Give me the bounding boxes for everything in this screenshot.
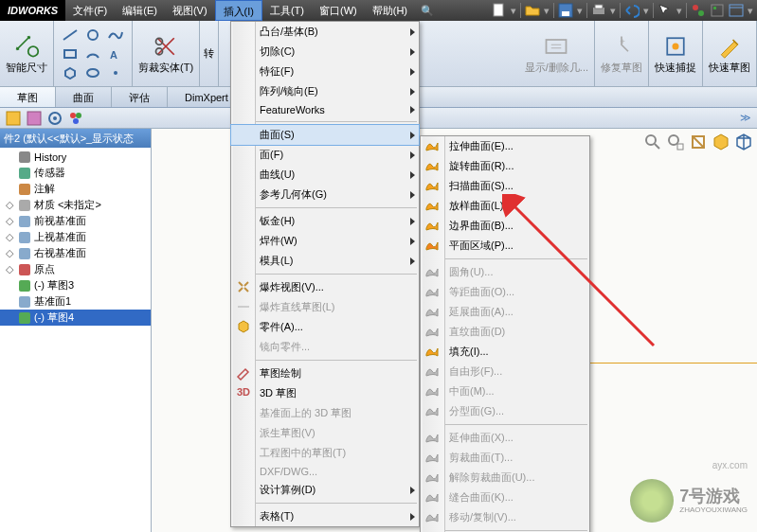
- rect-icon[interactable]: [60, 45, 81, 62]
- menu-item[interactable]: 参考几何体(G): [231, 185, 419, 204]
- submenu-item[interactable]: 旋转曲面(R)...: [421, 156, 589, 176]
- submenu-item[interactable]: 移动/复制(V)...: [421, 507, 589, 527]
- new-icon[interactable]: [492, 3, 507, 18]
- config-icon[interactable]: [27, 111, 42, 126]
- menu-item[interactable]: DXF/DWG...: [231, 463, 419, 480]
- tree-item[interactable]: 基准面1: [0, 293, 151, 310]
- open-icon[interactable]: [525, 3, 540, 18]
- repair-button[interactable]: + 修复草图: [601, 33, 642, 74]
- tree-item[interactable]: ◇材质 <未指定>: [0, 197, 151, 213]
- submenu-item[interactable]: 放样曲面(L)...: [421, 196, 589, 216]
- menu-help[interactable]: 帮助(H): [365, 0, 415, 21]
- tree-item[interactable]: 注解: [0, 181, 151, 197]
- submenu-item[interactable]: 分型面(G)...: [421, 401, 589, 421]
- quick-snap-button[interactable]: 快速捕捉: [655, 33, 696, 74]
- undo-icon[interactable]: [624, 3, 640, 18]
- menu-item[interactable]: 模具(L): [231, 251, 419, 271]
- tree-item[interactable]: ◇右视基准面: [0, 245, 151, 261]
- submenu-item[interactable]: 填充(I)...: [421, 342, 589, 362]
- tree-item[interactable]: (-) 草图3: [0, 277, 151, 293]
- menu-item[interactable]: 派生草图(V): [231, 423, 419, 443]
- polygon-icon[interactable]: [60, 64, 81, 81]
- tree-item[interactable]: History: [0, 150, 151, 165]
- submenu-item[interactable]: 解除剪裁曲面(U)...: [421, 468, 589, 488]
- search-icon[interactable]: 🔍: [421, 5, 434, 17]
- menu-item[interactable]: 阵列/镜向(E): [231, 81, 419, 101]
- point-icon[interactable]: [105, 64, 126, 81]
- submenu-item[interactable]: 剪裁曲面(T)...: [421, 448, 589, 468]
- line-icon[interactable]: [60, 27, 81, 44]
- zoom-window-icon[interactable]: [666, 133, 685, 151]
- color-icon[interactable]: [68, 111, 83, 126]
- menu-item[interactable]: 镜向零件...: [231, 337, 419, 357]
- submenu-item[interactable]: 等距曲面(O)...: [421, 282, 589, 302]
- settings-icon[interactable]: [729, 3, 744, 18]
- tree-item[interactable]: (-) 草图4: [0, 310, 151, 326]
- tree-item[interactable]: ◇原点: [0, 261, 151, 277]
- menu-item[interactable]: 基准面上的 3D 草图: [231, 403, 419, 423]
- display-icon[interactable]: [47, 111, 63, 126]
- submenu-item[interactable]: 拉伸曲面(E)...: [421, 136, 589, 156]
- menu-item[interactable]: 爆炸直线草图(L): [231, 297, 419, 317]
- tab-sketch[interactable]: 草图: [0, 87, 56, 107]
- tree-item[interactable]: ◇前视基准面: [0, 213, 151, 229]
- menu-item[interactable]: FeatureWorks: [231, 101, 419, 118]
- menu-item[interactable]: 焊件(W): [231, 231, 419, 251]
- menu-file[interactable]: 文件(F): [65, 0, 115, 21]
- menu-item[interactable]: 爆炸视图(V)...: [231, 277, 419, 297]
- smart-dimension-button[interactable]: 智能尺寸: [6, 33, 47, 74]
- menu-item[interactable]: 草图绘制: [231, 364, 419, 383]
- show-hide-button[interactable]: 显示/删除几...: [525, 33, 588, 74]
- menu-item[interactable]: 钣金(H): [231, 211, 419, 231]
- submenu-item[interactable]: 边界曲面(B)...: [421, 216, 589, 236]
- options-icon[interactable]: [710, 3, 725, 18]
- submenu-item[interactable]: 延展曲面(A)...: [421, 302, 589, 322]
- submenu-item[interactable]: 缝合曲面(K)...: [421, 488, 589, 507]
- menu-insert[interactable]: 插入(I): [215, 0, 262, 21]
- menu-item[interactable]: 设计算例(D): [231, 480, 419, 500]
- quick-sketch-button[interactable]: 快速草图: [709, 33, 750, 74]
- menu-edit[interactable]: 编辑(E): [115, 0, 165, 21]
- menu-item[interactable]: 3D3D 草图: [231, 383, 419, 403]
- view-orient-icon[interactable]: [734, 133, 753, 151]
- ellipse-icon[interactable]: [82, 64, 103, 81]
- tab-surface[interactable]: 曲面: [56, 87, 112, 107]
- prev-view-icon[interactable]: [689, 133, 708, 151]
- save-icon[interactable]: [558, 3, 573, 18]
- submenu-item[interactable]: 自由形(F)...: [421, 362, 589, 381]
- menu-view[interactable]: 视图(V): [165, 0, 215, 21]
- menu-item[interactable]: 工程图中的草图(T): [231, 443, 419, 463]
- rebuild-icon[interactable]: [691, 3, 706, 18]
- menu-item[interactable]: 特征(F): [231, 62, 419, 81]
- arc-icon[interactable]: [82, 45, 103, 62]
- submenu-item[interactable]: 圆角(U)...: [421, 262, 589, 282]
- menu-item[interactable]: 零件(A)...: [231, 317, 419, 337]
- select-icon[interactable]: [658, 3, 673, 18]
- trim-button[interactable]: 剪裁实体(T): [138, 33, 193, 74]
- submenu-item[interactable]: 平面区域(P)...: [421, 236, 589, 256]
- menu-window[interactable]: 窗口(W): [312, 0, 365, 21]
- zoom-fit-icon[interactable]: [643, 133, 662, 151]
- convert-button[interactable]: 转: [204, 46, 214, 61]
- section-view-icon[interactable]: [712, 133, 730, 151]
- feature-tree-icon[interactable]: [6, 111, 21, 126]
- menu-item[interactable]: 切除(C): [231, 42, 419, 62]
- tree-item[interactable]: 传感器: [0, 165, 151, 181]
- tree-item[interactable]: ◇上视基准面: [0, 229, 151, 245]
- circle-icon[interactable]: [82, 27, 103, 44]
- submenu-item[interactable]: 直纹曲面(D): [421, 322, 589, 342]
- menu-item[interactable]: 凸台/基体(B): [231, 22, 419, 42]
- submenu-item[interactable]: 扫描曲面(S)...: [421, 176, 589, 196]
- menu-item[interactable]: 曲面(S): [230, 124, 420, 146]
- spline-icon[interactable]: [105, 27, 126, 44]
- submenu-item[interactable]: 中面(M)...: [421, 381, 589, 401]
- text-icon[interactable]: A: [105, 45, 126, 62]
- print-icon[interactable]: [591, 3, 606, 18]
- tab-evaluate[interactable]: 评估: [112, 87, 168, 107]
- collapse-icon[interactable]: ≫: [740, 112, 751, 124]
- menu-item[interactable]: 表格(T): [231, 506, 419, 526]
- menu-item[interactable]: 曲线(U): [231, 165, 419, 185]
- menu-tools[interactable]: 工具(T): [262, 0, 312, 21]
- submenu-item[interactable]: 延伸曲面(X)...: [421, 428, 589, 448]
- menu-item[interactable]: 面(F): [231, 145, 419, 165]
